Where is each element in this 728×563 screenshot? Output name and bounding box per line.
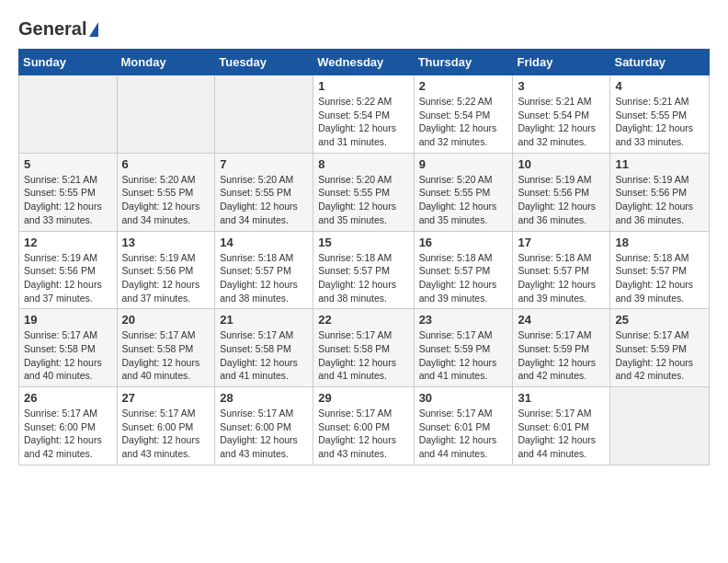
day-number: 1 <box>318 79 408 93</box>
weekday-header-tuesday: Tuesday <box>215 50 313 75</box>
calendar-cell: 2Sunrise: 5:22 AM Sunset: 5:54 PM Daylig… <box>414 75 513 154</box>
day-info: Sunrise: 5:17 AM Sunset: 5:58 PM Dayligh… <box>220 328 308 383</box>
day-info: Sunrise: 5:19 AM Sunset: 5:56 PM Dayligh… <box>615 173 704 227</box>
calendar-week-1: 1Sunrise: 5:22 AM Sunset: 5:54 PM Daylig… <box>19 75 710 154</box>
day-info: Sunrise: 5:17 AM Sunset: 6:01 PM Dayligh… <box>419 407 508 461</box>
day-number: 2 <box>419 79 508 93</box>
day-info: Sunrise: 5:21 AM Sunset: 5:54 PM Dayligh… <box>518 95 605 149</box>
day-number: 23 <box>419 313 508 327</box>
calendar-cell: 28Sunrise: 5:17 AM Sunset: 6:00 PM Dayli… <box>215 387 313 465</box>
calendar-week-3: 12Sunrise: 5:19 AM Sunset: 5:56 PM Dayli… <box>19 231 710 309</box>
day-info: Sunrise: 5:18 AM Sunset: 5:57 PM Dayligh… <box>615 251 704 305</box>
calendar-cell: 20Sunrise: 5:17 AM Sunset: 5:58 PM Dayli… <box>117 309 215 387</box>
day-info: Sunrise: 5:21 AM Sunset: 5:55 PM Dayligh… <box>24 173 112 227</box>
weekday-header-friday: Friday <box>513 50 610 75</box>
calendar-week-4: 19Sunrise: 5:17 AM Sunset: 5:58 PM Dayli… <box>19 309 710 387</box>
day-number: 18 <box>615 236 704 249</box>
calendar-cell: 10Sunrise: 5:19 AM Sunset: 5:56 PM Dayli… <box>513 153 610 231</box>
calendar-cell: 13Sunrise: 5:19 AM Sunset: 5:56 PM Dayli… <box>117 231 215 309</box>
day-info: Sunrise: 5:17 AM Sunset: 5:59 PM Dayligh… <box>615 328 704 383</box>
day-info: Sunrise: 5:19 AM Sunset: 5:56 PM Dayligh… <box>518 173 605 227</box>
calendar-cell: 23Sunrise: 5:17 AM Sunset: 5:59 PM Dayli… <box>414 309 513 387</box>
logo: General <box>18 18 98 40</box>
calendar-cell <box>610 387 710 465</box>
day-info: Sunrise: 5:17 AM Sunset: 5:59 PM Dayligh… <box>419 328 508 383</box>
day-number: 24 <box>518 313 605 327</box>
day-info: Sunrise: 5:19 AM Sunset: 5:56 PM Dayligh… <box>24 251 112 305</box>
day-info: Sunrise: 5:18 AM Sunset: 5:57 PM Dayligh… <box>220 251 308 305</box>
logo-general-text: General <box>18 18 86 40</box>
day-info: Sunrise: 5:17 AM Sunset: 6:00 PM Dayligh… <box>122 407 210 461</box>
day-info: Sunrise: 5:17 AM Sunset: 6:00 PM Dayligh… <box>220 407 308 461</box>
calendar-cell: 24Sunrise: 5:17 AM Sunset: 5:59 PM Dayli… <box>513 309 610 387</box>
calendar-cell: 27Sunrise: 5:17 AM Sunset: 6:00 PM Dayli… <box>117 387 215 465</box>
calendar-cell: 22Sunrise: 5:17 AM Sunset: 5:58 PM Dayli… <box>313 309 414 387</box>
day-info: Sunrise: 5:22 AM Sunset: 5:54 PM Dayligh… <box>318 95 408 149</box>
calendar-cell <box>215 75 313 154</box>
day-info: Sunrise: 5:18 AM Sunset: 5:57 PM Dayligh… <box>419 251 508 305</box>
day-info: Sunrise: 5:20 AM Sunset: 5:55 PM Dayligh… <box>220 173 308 227</box>
logo-icon <box>89 22 98 37</box>
calendar-cell: 14Sunrise: 5:18 AM Sunset: 5:57 PM Dayli… <box>215 231 313 309</box>
day-number: 10 <box>518 157 605 171</box>
calendar-cell <box>19 75 118 154</box>
day-info: Sunrise: 5:17 AM Sunset: 6:00 PM Dayligh… <box>24 407 112 461</box>
weekday-header-saturday: Saturday <box>610 50 710 75</box>
day-number: 20 <box>122 313 210 327</box>
day-info: Sunrise: 5:17 AM Sunset: 6:01 PM Dayligh… <box>518 407 605 461</box>
day-number: 27 <box>122 391 210 405</box>
day-number: 15 <box>318 236 408 249</box>
calendar-cell: 21Sunrise: 5:17 AM Sunset: 5:58 PM Dayli… <box>215 309 313 387</box>
day-number: 29 <box>318 391 408 405</box>
day-info: Sunrise: 5:17 AM Sunset: 5:58 PM Dayligh… <box>24 328 112 383</box>
calendar-cell: 7Sunrise: 5:20 AM Sunset: 5:55 PM Daylig… <box>215 153 313 231</box>
day-number: 11 <box>615 157 704 171</box>
day-number: 3 <box>518 79 605 93</box>
weekday-header-monday: Monday <box>117 50 215 75</box>
day-info: Sunrise: 5:21 AM Sunset: 5:55 PM Dayligh… <box>615 95 704 149</box>
day-info: Sunrise: 5:20 AM Sunset: 5:55 PM Dayligh… <box>419 173 508 227</box>
day-number: 12 <box>24 236 112 249</box>
calendar-cell: 29Sunrise: 5:17 AM Sunset: 6:00 PM Dayli… <box>313 387 414 465</box>
calendar-cell: 6Sunrise: 5:20 AM Sunset: 5:55 PM Daylig… <box>117 153 215 231</box>
day-number: 25 <box>615 313 704 327</box>
calendar-cell: 9Sunrise: 5:20 AM Sunset: 5:55 PM Daylig… <box>414 153 513 231</box>
day-info: Sunrise: 5:22 AM Sunset: 5:54 PM Dayligh… <box>419 95 508 149</box>
calendar-cell: 11Sunrise: 5:19 AM Sunset: 5:56 PM Dayli… <box>610 153 710 231</box>
day-info: Sunrise: 5:17 AM Sunset: 5:58 PM Dayligh… <box>122 328 210 383</box>
calendar-cell: 16Sunrise: 5:18 AM Sunset: 5:57 PM Dayli… <box>414 231 513 309</box>
day-number: 16 <box>419 236 508 249</box>
day-number: 30 <box>419 391 508 405</box>
day-info: Sunrise: 5:18 AM Sunset: 5:57 PM Dayligh… <box>318 251 408 305</box>
calendar-cell: 3Sunrise: 5:21 AM Sunset: 5:54 PM Daylig… <box>513 75 610 154</box>
calendar-cell: 26Sunrise: 5:17 AM Sunset: 6:00 PM Dayli… <box>19 387 118 465</box>
calendar-cell: 4Sunrise: 5:21 AM Sunset: 5:55 PM Daylig… <box>610 75 710 154</box>
day-number: 28 <box>220 391 308 405</box>
day-number: 8 <box>318 157 408 171</box>
calendar-cell: 19Sunrise: 5:17 AM Sunset: 5:58 PM Dayli… <box>19 309 118 387</box>
day-info: Sunrise: 5:19 AM Sunset: 5:56 PM Dayligh… <box>122 251 210 305</box>
calendar-cell: 1Sunrise: 5:22 AM Sunset: 5:54 PM Daylig… <box>313 75 414 154</box>
calendar-cell <box>117 75 215 154</box>
day-number: 4 <box>615 79 704 93</box>
day-info: Sunrise: 5:17 AM Sunset: 5:59 PM Dayligh… <box>518 328 605 383</box>
day-number: 9 <box>419 157 508 171</box>
day-number: 31 <box>518 391 605 405</box>
day-info: Sunrise: 5:17 AM Sunset: 5:58 PM Dayligh… <box>318 328 408 383</box>
calendar-week-2: 5Sunrise: 5:21 AM Sunset: 5:55 PM Daylig… <box>19 153 710 231</box>
calendar-cell: 31Sunrise: 5:17 AM Sunset: 6:01 PM Dayli… <box>513 387 610 465</box>
calendar-cell: 15Sunrise: 5:18 AM Sunset: 5:57 PM Dayli… <box>313 231 414 309</box>
calendar-week-5: 26Sunrise: 5:17 AM Sunset: 6:00 PM Dayli… <box>19 387 710 465</box>
day-number: 13 <box>122 236 210 249</box>
day-number: 14 <box>220 236 308 249</box>
day-number: 17 <box>518 236 605 249</box>
day-info: Sunrise: 5:18 AM Sunset: 5:57 PM Dayligh… <box>518 251 605 305</box>
calendar-cell: 8Sunrise: 5:20 AM Sunset: 5:55 PM Daylig… <box>313 153 414 231</box>
calendar-cell: 25Sunrise: 5:17 AM Sunset: 5:59 PM Dayli… <box>610 309 710 387</box>
day-number: 19 <box>24 313 112 327</box>
day-number: 21 <box>220 313 308 327</box>
day-number: 7 <box>220 157 308 171</box>
day-number: 22 <box>318 313 408 327</box>
calendar-cell: 12Sunrise: 5:19 AM Sunset: 5:56 PM Dayli… <box>19 231 118 309</box>
calendar-cell: 18Sunrise: 5:18 AM Sunset: 5:57 PM Dayli… <box>610 231 710 309</box>
